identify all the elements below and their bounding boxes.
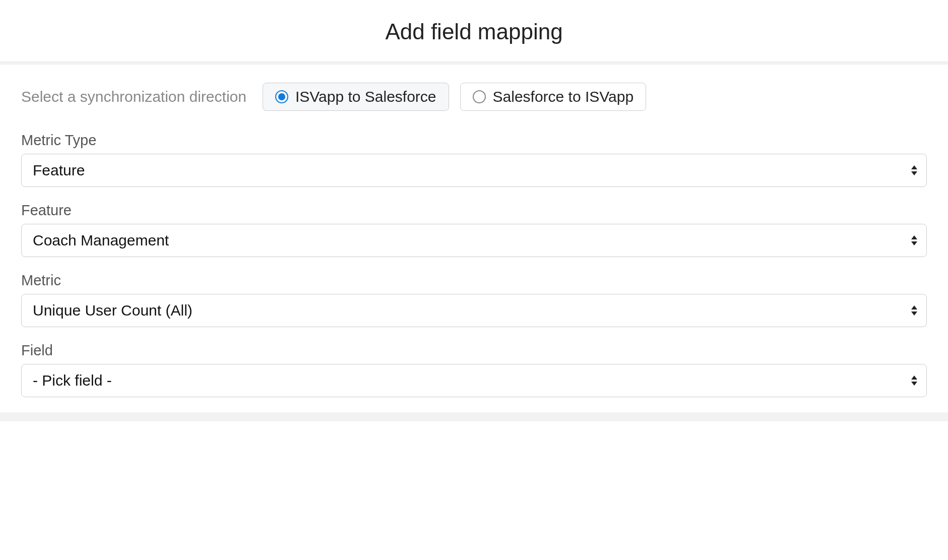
dialog-header: Add field mapping [0,0,948,61]
feature-group: Feature Coach Management [21,202,927,257]
form-content: Select a synchronization direction ISVap… [0,65,948,397]
svg-marker-1 [911,171,917,175]
radio-label: Salesforce to ISVapp [493,88,634,105]
metric-type-label: Metric Type [21,132,927,149]
metric-type-select-wrap: Feature [21,154,927,187]
radio-isvapp-to-salesforce[interactable]: ISVapp to Salesforce [263,83,449,111]
sync-direction-label: Select a synchronization direction [21,88,246,105]
stepper-icon [911,376,918,386]
feature-select[interactable]: Coach Management [21,224,927,257]
metric-select-wrap: Unique User Count (All) [21,294,927,327]
field-select-wrap: - Pick field - [21,364,927,397]
feature-label: Feature [21,202,927,219]
feature-select-wrap: Coach Management [21,224,927,257]
svg-marker-2 [911,235,917,239]
field-group: Field - Pick field - [21,342,927,397]
radio-salesforce-to-isvapp[interactable]: Salesforce to ISVapp [460,83,647,111]
footer-bar [0,412,948,421]
metric-type-select[interactable]: Feature [21,154,927,187]
svg-marker-3 [911,241,917,245]
stepper-icon [911,235,918,245]
field-value: - Pick field - [33,372,112,389]
svg-marker-4 [911,305,917,309]
stepper-icon [911,165,918,175]
page: Add field mapping Select a synchronizati… [0,0,948,421]
radio-circle-icon [275,90,288,103]
metric-value: Unique User Count (All) [33,302,193,319]
radio-dot-icon [278,93,285,100]
sync-direction-group: ISVapp to Salesforce Salesforce to ISVap… [263,83,646,111]
stepper-icon [911,305,918,316]
field-select[interactable]: - Pick field - [21,364,927,397]
svg-marker-5 [911,312,917,316]
radio-circle-icon [473,90,486,103]
sync-direction-row: Select a synchronization direction ISVap… [21,83,927,111]
metric-label: Metric [21,272,927,289]
dialog-title: Add field mapping [0,19,948,44]
feature-value: Coach Management [33,232,169,249]
metric-type-value: Feature [33,162,85,179]
metric-type-group: Metric Type Feature [21,132,927,187]
svg-marker-0 [911,165,917,169]
svg-marker-6 [911,376,917,380]
metric-select[interactable]: Unique User Count (All) [21,294,927,327]
field-label: Field [21,342,927,359]
svg-marker-7 [911,382,917,386]
radio-label: ISVapp to Salesforce [295,88,436,105]
metric-group: Metric Unique User Count (All) [21,272,927,327]
